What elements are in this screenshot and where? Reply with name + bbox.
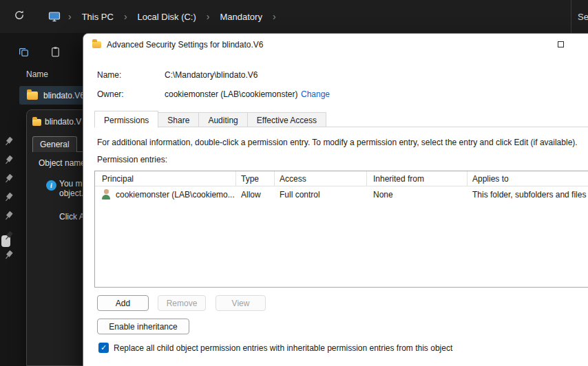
properties-info-text-line2: object. [59,189,83,198]
pin-icon[interactable] [1,135,15,149]
maximize-button[interactable] [549,36,572,52]
table-header-row: Principal Type Access Inherited from App… [95,171,588,186]
copy-icon [18,46,30,61]
this-pc-icon [48,11,61,22]
object-name-label: Object name: [39,158,87,168]
tab-effective-access[interactable]: Effective Access [248,112,326,127]
folder-icon [32,119,41,126]
search-input[interactable]: Sea [571,0,588,33]
breadcrumb: › This PC › Local Disk (C:) › Mandatory … [48,0,282,33]
enable-inheritance-button[interactable]: Enable inheritance [97,319,189,334]
cell-principal: cookiemonster (LAB\cookiemo... [116,190,234,200]
cell-applies-to: This folder, subfolders and files [472,190,586,200]
pin-icon[interactable] [1,153,15,167]
table-row[interactable]: cookiemonster (LAB\cookiemo... Allow Ful… [95,186,588,202]
replace-permissions-checkbox-label[interactable]: Replace all child object permission entr… [114,343,452,353]
column-separator [235,171,236,186]
pin-icon[interactable] [1,191,15,204]
remove-button[interactable]: Remove [158,295,206,311]
column-separator [467,171,468,186]
view-button[interactable]: View [216,295,266,311]
add-button[interactable]: Add [97,295,149,311]
column-header-type[interactable]: Type [241,174,259,184]
breadcrumb-chevron-icon: › [118,11,134,22]
checkmark-icon: ✓ [101,343,107,352]
breadcrumb-item-local-disk-c[interactable]: Local Disk (C:) [134,9,200,25]
explorer-address-bar: › This PC › Local Disk (C:) › Mandatory … [0,0,588,33]
clipboard-icon [50,46,61,61]
instructions-text: For additional information, double-click… [97,138,588,147]
tab-general[interactable]: General [32,136,77,152]
column-header-principal[interactable]: Principal [102,174,134,184]
owner-value: cookiemonster (LAB\cookiemonster) [165,89,297,99]
copy-button[interactable] [14,44,32,62]
dialog-title: Advanced Security Settings for blindato.… [107,40,263,50]
breadcrumb-chevron-icon: › [62,11,78,22]
breadcrumb-chevron-icon: › [266,11,282,22]
search-text: Sea [578,12,588,22]
cell-inherited-from: None [373,190,393,200]
cell-access: Full control [280,190,320,200]
owner-label: Owner: [97,89,124,99]
permission-entries-table: Principal Type Access Inherited from App… [94,171,588,288]
folder-icon [27,92,38,100]
replace-permissions-checkbox[interactable]: ✓ [98,343,109,353]
breadcrumb-item-mandatory[interactable]: Mandatory [216,9,266,25]
change-owner-link[interactable]: Change [301,89,330,99]
pin-icon[interactable] [1,248,15,262]
pin-icon[interactable] [1,209,15,223]
refresh-button[interactable] [10,7,29,26]
maximize-icon [558,41,564,47]
file-item-blindato-v6[interactable]: blindato.V6 [19,86,84,105]
refresh-icon [14,10,25,23]
name-value: C:\Mandatory\blindato.V6 [165,70,258,80]
dialog-tabs: Permissions Share Auditing Effective Acc… [94,111,326,127]
folder-icon [92,41,101,48]
tab-permissions[interactable]: Permissions [94,111,158,128]
column-separator [366,171,367,186]
column-separator [274,171,275,186]
clipboard-button[interactable] [46,44,64,62]
screen: › This PC › Local Disk (C:) › Mandatory … [0,0,588,366]
properties-dialog-title: blindato.V [45,117,81,127]
name-label: Name: [97,70,121,80]
pin-icon[interactable] [1,172,15,186]
column-header-name[interactable]: Name [26,69,48,79]
column-header-applies-to[interactable]: Applies to [472,174,509,184]
permission-entries-label: Permission entries: [97,155,167,164]
tab-auditing[interactable]: Auditing [199,112,247,127]
info-icon: i [46,180,56,191]
advanced-security-dialog: Advanced Security Settings for blindato.… [83,33,588,366]
user-icon [101,189,112,200]
column-header-access[interactable]: Access [280,174,306,184]
breadcrumb-chevron-icon: › [200,11,216,22]
cell-type: Allow [241,190,261,200]
tab-share[interactable]: Share [158,112,199,127]
file-item-label: blindato.V6 [43,91,84,100]
column-header-inherited-from[interactable]: Inherited from [373,174,424,184]
breadcrumb-item-this-pc[interactable]: This PC [78,9,118,25]
